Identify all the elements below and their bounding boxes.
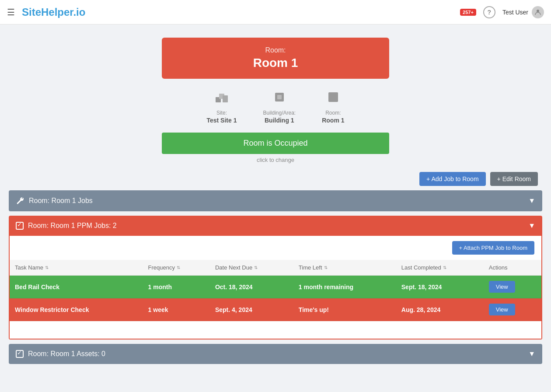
assets-panel-chevron: ▼	[528, 350, 535, 358]
room-header-card: Room: Room 1	[162, 38, 389, 79]
help-icon[interactable]: ?	[483, 6, 495, 18]
cell-last-completed: Aug. 28, 2024	[396, 298, 484, 321]
jobs-panel-header[interactable]: Room: Room 1 Jobs ▼	[9, 190, 542, 211]
ppm-panel-chevron: ▼	[528, 222, 535, 230]
col-task-name: Task Name ⇅	[10, 260, 143, 276]
building-icon	[263, 89, 296, 108]
sort-last-icon: ⇅	[443, 265, 446, 270]
room-label: Room:	[171, 46, 380, 54]
room-loc-label: Room:	[322, 110, 344, 116]
cell-frequency: 1 month	[143, 276, 210, 298]
room-icon	[322, 89, 344, 108]
assets-panel: Room: Room 1 Assets: 0 ▼	[9, 344, 542, 364]
ppm-panel-header[interactable]: Room: Room 1 PPM Jobs: 2 ▼	[9, 216, 542, 236]
ppm-panel-title: Room: Room 1 PPM Jobs: 2	[16, 222, 117, 230]
table-top-bar: + Attach PPM Job to Room	[10, 236, 541, 260]
menu-icon[interactable]: ☰	[7, 7, 15, 18]
assets-checkbox-icon	[16, 350, 24, 358]
assets-panel-title: Room: Room 1 Assets: 0	[16, 350, 105, 358]
table-footer-spacer	[10, 321, 541, 339]
col-frequency: Frequency ⇅	[143, 260, 210, 276]
building-label: Building/Area:	[263, 110, 296, 116]
jobs-panel-chevron: ▼	[528, 197, 535, 205]
table-row: Bed Rail Check 1 month Oct. 18, 2024 1 m…	[10, 276, 541, 298]
col-actions: Actions	[484, 260, 541, 276]
location-info: Site: Test Site 1 Building/Area: Buildin…	[9, 89, 542, 124]
svg-rect-5	[277, 95, 282, 99]
table-row: Window Restrictor Check 1 week Sept. 4, …	[10, 298, 541, 321]
jobs-panel-title: Room: Room 1 Jobs	[16, 196, 93, 205]
edit-room-button[interactable]: + Edit Room	[490, 172, 538, 186]
sort-freq-icon: ⇅	[177, 265, 180, 270]
ppm-table-section: + Attach PPM Job to Room Task Name ⇅	[9, 236, 542, 340]
site-info: Site: Test Site 1	[206, 89, 237, 124]
cell-action[interactable]: View	[484, 298, 541, 321]
user-avatar	[532, 6, 544, 18]
room-info: Room: Room 1	[322, 89, 344, 124]
view-button[interactable]: View	[489, 304, 515, 315]
cell-time-left: Time's up!	[293, 298, 396, 321]
site-value: Test Site 1	[206, 117, 237, 124]
svg-rect-3	[223, 95, 228, 102]
jobs-panel: Room: Room 1 Jobs ▼	[9, 190, 542, 211]
cell-time-left: 1 month remaining	[293, 276, 396, 298]
col-date-next-due: Date Next Due ⇅	[210, 260, 293, 276]
user-name: Test User	[502, 9, 528, 16]
app-header: ☰ SiteHelper.io 257+ ? Test User	[0, 0, 551, 24]
add-job-button[interactable]: + Add Job to Room	[419, 172, 485, 186]
room-name: Room 1	[171, 56, 380, 70]
col-time-left: Time Left ⇅	[293, 260, 396, 276]
cell-last-completed: Sept. 18, 2024	[396, 276, 484, 298]
room-loc-value: Room 1	[322, 117, 344, 124]
cell-frequency: 1 week	[143, 298, 210, 321]
ppm-panel: Room: Room 1 PPM Jobs: 2 ▼ + Attach PPM …	[9, 216, 542, 340]
svg-point-0	[537, 10, 539, 12]
ppm-panel-label: Room: Room 1 PPM Jobs: 2	[28, 222, 117, 230]
logo: SiteHelper.io	[22, 6, 85, 18]
site-icon	[206, 89, 237, 108]
cell-task-name: Bed Rail Check	[10, 276, 143, 298]
building-value: Building 1	[263, 117, 296, 124]
sort-date-icon: ⇅	[254, 265, 258, 270]
header-right: 257+ ? Test User	[460, 6, 544, 18]
view-button[interactable]: View	[489, 281, 515, 293]
assets-panel-header[interactable]: Room: Room 1 Assets: 0 ▼	[9, 344, 542, 364]
site-label: Site:	[206, 110, 237, 116]
col-last-completed: Last Completed ⇅	[396, 260, 484, 276]
jobs-panel-label: Room: Room 1 Jobs	[29, 197, 93, 205]
action-buttons: + Add Job to Room + Edit Room	[9, 172, 542, 186]
ppm-table: Task Name ⇅ Frequency ⇅	[10, 260, 541, 321]
main-content: Room: Room 1 Site: Test Site 1 Bui	[0, 24, 551, 382]
wrench-icon	[16, 196, 24, 205]
cell-task-name: Window Restrictor Check	[10, 298, 143, 321]
occupied-section: Room is Occupied click to change	[162, 133, 389, 163]
sort-task-icon: ⇅	[45, 265, 49, 270]
sort-time-icon: ⇅	[324, 265, 328, 270]
cell-date-next-due: Sept. 4, 2024	[210, 298, 293, 321]
occupied-button[interactable]: Room is Occupied	[162, 133, 389, 154]
assets-panel-label: Room: Room 1 Assets: 0	[28, 350, 105, 358]
cell-action[interactable]: View	[484, 276, 541, 298]
ppm-table-body: Bed Rail Check 1 month Oct. 18, 2024 1 m…	[10, 276, 541, 321]
attach-ppm-button[interactable]: + Attach PPM Job to Room	[452, 241, 534, 255]
svg-rect-6	[328, 92, 338, 102]
user-menu[interactable]: Test User	[502, 6, 544, 18]
ppm-table-head: Task Name ⇅ Frequency ⇅	[10, 260, 541, 276]
notifications-badge[interactable]: 257+	[460, 9, 476, 16]
checkbox-icon	[16, 222, 24, 230]
click-to-change-label: click to change	[162, 157, 389, 163]
building-info: Building/Area: Building 1	[263, 89, 296, 124]
cell-date-next-due: Oct. 18, 2024	[210, 276, 293, 298]
